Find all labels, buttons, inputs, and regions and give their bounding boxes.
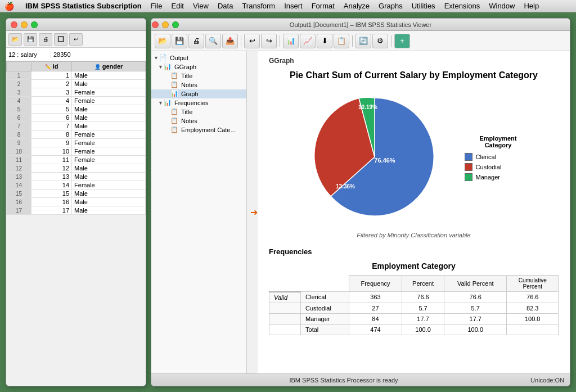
- viewer-insert-icon[interactable]: 📊: [283, 34, 299, 48]
- menu-insert[interactable]: Insert: [284, 2, 303, 10]
- viewer-settings-icon[interactable]: ⚙: [372, 34, 388, 48]
- viewer-refresh-icon[interactable]: 🔄: [356, 34, 371, 48]
- freq-frequency-cell: 363: [349, 292, 402, 303]
- viewer-close-button[interactable]: [152, 21, 159, 28]
- legend-manager-label: Manager: [476, 174, 500, 181]
- chart-area: 76.46% 13.36% 10.19% EmploymentCategory …: [269, 89, 559, 226]
- freq-percent-cell: 100.0: [402, 324, 444, 335]
- menu-edit[interactable]: Edit: [172, 2, 184, 10]
- row-number: 3: [7, 88, 32, 97]
- tree-item[interactable]: ▼ 📊 GGraph: [151, 62, 246, 71]
- row-number: 1: [7, 71, 32, 80]
- row-number: 8: [7, 130, 32, 139]
- viewer-add-icon[interactable]: +: [394, 34, 410, 48]
- minimize-button[interactable]: [21, 21, 28, 28]
- gender-col-header[interactable]: 👤 gender: [72, 62, 146, 71]
- gender-cell: Female: [72, 181, 146, 190]
- navigation-tree[interactable]: ▼ 📄 Output ▼ 📊 GGraph 📋 Title 📋 Notes 📊 …: [151, 51, 247, 373]
- print-icon[interactable]: 🖨: [39, 33, 52, 46]
- data-table-container[interactable]: ✏️ id 👤 gender 1 1 Male 2 2 Male 3 3 Fem…: [6, 61, 146, 386]
- viewer-zoom-icon[interactable]: 🔍: [205, 34, 221, 48]
- close-button[interactable]: [11, 21, 17, 28]
- menu-data[interactable]: Data: [218, 2, 233, 10]
- viewer-open-icon[interactable]: 📂: [155, 34, 170, 48]
- tree-item[interactable]: 📋 Notes: [151, 80, 246, 89]
- tree-item[interactable]: ▼ 📊 Frequencies: [151, 98, 246, 107]
- table-row: 13 13 Male: [7, 173, 146, 181]
- id-col-header[interactable]: ✏️ id: [32, 62, 72, 71]
- pie-chart: 76.46% 13.36% 10.19%: [296, 89, 453, 226]
- table-row: 14 14 Female: [7, 181, 146, 190]
- viewer-export-icon[interactable]: 📤: [222, 34, 238, 48]
- custom-icon[interactable]: 🔲: [54, 33, 68, 46]
- menu-extensions[interactable]: Extensions: [444, 2, 480, 10]
- svg-text:76.46%: 76.46%: [374, 157, 395, 164]
- gender-cell: Female: [72, 156, 146, 164]
- id-cell: 1: [32, 71, 72, 80]
- gender-cell: Male: [72, 206, 146, 215]
- tree-item[interactable]: 📋 Title: [151, 71, 246, 80]
- freq-percent-cell: 76.6: [402, 292, 444, 303]
- gender-cell: Male: [72, 198, 146, 206]
- id-cell: 11: [32, 156, 72, 164]
- menu-analyze[interactable]: Analyze: [344, 2, 370, 10]
- row-number: 17: [7, 206, 32, 215]
- gender-cell: Female: [72, 130, 146, 139]
- back-icon[interactable]: ↩: [69, 33, 83, 46]
- gender-cell: Female: [72, 97, 146, 105]
- id-cell: 5: [32, 105, 72, 114]
- freq-table-row: Valid Clerical 363 76.6 76.6 76.6: [269, 292, 559, 303]
- freq-th-empty1: [269, 276, 301, 292]
- menu-file[interactable]: File: [151, 2, 163, 10]
- open-icon[interactable]: 📂: [8, 33, 22, 46]
- freq-table-title: Employment Category: [269, 262, 559, 271]
- tree-node-icon: 📊: [164, 63, 173, 71]
- viewer-minimize-button[interactable]: [162, 21, 169, 28]
- viewer-print-icon[interactable]: 🖨: [188, 34, 204, 48]
- row-num-header: [7, 62, 32, 71]
- viewer-chart-icon[interactable]: 📈: [300, 34, 316, 48]
- viewer-redo-icon[interactable]: ↪: [261, 34, 277, 48]
- viewer-table-icon[interactable]: 📋: [334, 34, 349, 48]
- viewer-body: ▼ 📄 Output ▼ 📊 GGraph 📋 Title 📋 Notes 📊 …: [151, 51, 570, 373]
- menu-help[interactable]: Help: [524, 2, 539, 10]
- menu-view[interactable]: View: [193, 2, 209, 10]
- id-cell: 15: [32, 190, 72, 198]
- apple-menu[interactable]: 🍎: [4, 2, 14, 11]
- tree-item[interactable]: ▼ 📄 Output: [151, 53, 246, 62]
- viewer-undo-icon[interactable]: ↩: [244, 34, 260, 48]
- output-area[interactable]: GGraph Pie Chart Sum of Current Salary b…: [258, 51, 570, 373]
- freq-valid-percent-cell: 100.0: [444, 324, 507, 335]
- id-cell: 12: [32, 164, 72, 173]
- row-number: 6: [7, 114, 32, 122]
- maximize-button[interactable]: [31, 21, 38, 28]
- tree-item[interactable]: 📋 Employment Cate...: [151, 125, 246, 134]
- menu-utilities[interactable]: Utilities: [412, 2, 435, 10]
- menu-window[interactable]: Window: [489, 2, 515, 10]
- freq-valid-percent-cell: 5.7: [444, 303, 507, 313]
- menu-transform[interactable]: Transform: [242, 2, 275, 10]
- tree-item[interactable]: 📊 Graph: [151, 89, 246, 98]
- gender-cell: Male: [72, 190, 146, 198]
- id-cell: 3: [32, 88, 72, 97]
- row-number: 9: [7, 139, 32, 147]
- save-icon[interactable]: 💾: [24, 33, 37, 46]
- tree-item-label: Employment Cate...: [181, 127, 236, 133]
- cell-ref-value: 28350: [51, 51, 73, 58]
- tree-item[interactable]: 📋 Notes: [151, 116, 246, 125]
- tree-node-icon: 📋: [170, 117, 179, 125]
- menu-format[interactable]: Format: [312, 2, 335, 10]
- legend-manager-color: [465, 173, 472, 181]
- table-row: 4 4 Female: [7, 97, 146, 105]
- viewer-maximize-button[interactable]: [172, 21, 179, 28]
- tree-item[interactable]: 📋 Title: [151, 107, 246, 116]
- viewer-toolbar: 📂 💾 🖨 🔍 📤 ↩ ↪ 📊 📈 ⬇ 📋 🔄 ⚙ +: [151, 31, 570, 51]
- menu-graphs[interactable]: Graphs: [379, 2, 403, 10]
- viewer-down-icon[interactable]: ⬇: [317, 34, 332, 48]
- freq-frequency-cell: 84: [349, 313, 402, 324]
- table-row: 1 1 Male: [7, 71, 146, 80]
- legend-custodial: Custodial: [465, 163, 532, 171]
- freq-frequency-cell: 27: [349, 303, 402, 313]
- viewer-save-icon[interactable]: 💾: [172, 34, 187, 48]
- gender-cell: Male: [72, 114, 146, 122]
